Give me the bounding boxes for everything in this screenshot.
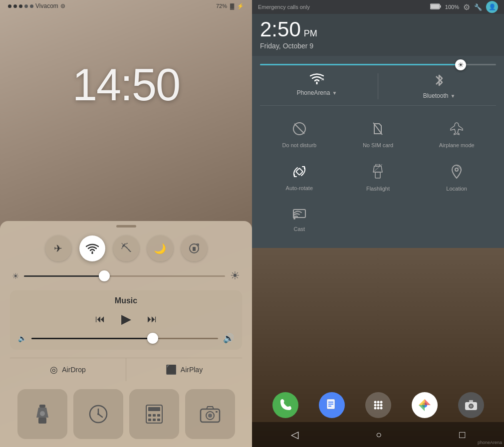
android-airplane-tile[interactable]: Airplane mode (417, 114, 496, 156)
android-brightness-thumb[interactable] (455, 59, 466, 70)
clock-icon (88, 404, 108, 424)
android-flashlight-label: Flashlight (366, 186, 390, 192)
ios-control-center: ✈ ⛏ 🌙 (0, 221, 252, 447)
ios-airdrop-button[interactable]: ◎ AirDrop (10, 358, 126, 381)
svg-rect-24 (440, 5, 441, 8)
android-date: Friday, October 9 (260, 42, 496, 50)
svg-rect-13 (153, 414, 156, 417)
battery-icon (430, 3, 441, 9)
android-wifi-dropdown-icon[interactable]: ▼ (332, 90, 337, 96)
phonearena-watermark: phoneArena (478, 440, 502, 445)
ios-panel: Vivacom ⊜ 72% ▓ ⚡ 14:50 ✈ (0, 0, 252, 447)
android-notification-shade: Emergency calls only 100% ⚙ 🔧 👤 2:50 (252, 0, 504, 248)
android-recent-button[interactable]: □ (459, 429, 465, 441)
ios-brightness-thumb[interactable] (99, 270, 110, 281)
android-bluetooth-dropdown-icon[interactable]: ▼ (450, 93, 455, 99)
android-bluetooth-tile[interactable]: Bluetooth ▼ (382, 73, 496, 99)
ios-wifi-toggle[interactable] (79, 235, 105, 261)
android-do-not-disturb-icon (292, 122, 306, 139)
ios-clock: 14:50 (72, 59, 180, 111)
android-wifi-icon (310, 73, 324, 87)
android-dock-camera[interactable] (458, 392, 484, 418)
android-airplane-label: Airplane mode (439, 142, 475, 148)
svg-point-57 (470, 405, 473, 408)
android-do-not-disturb-tile[interactable]: Do not disturb (260, 114, 339, 156)
android-do-not-disturb-label: Do not disturb (282, 142, 316, 148)
android-user-avatar[interactable]: 👤 (486, 1, 498, 13)
ios-music-section: Music ⏮ ▶ ⏭ 🔈 🔊 (10, 290, 242, 350)
android-brightness-track[interactable] (260, 64, 496, 65)
ios-donotdisturb-toggle[interactable]: 🌙 (147, 235, 173, 261)
android-bluetooth-label: Bluetooth ▼ (423, 92, 456, 99)
android-network-row: PhoneArena ▼ Bluetooth ▼ (260, 73, 496, 106)
ios-brightness-track[interactable] (24, 275, 225, 277)
ios-bluetooth-toggle[interactable]: ⛏ (113, 235, 139, 261)
android-auto-rotate-label: Auto-rotate (286, 185, 313, 191)
android-cast-tile[interactable]: Cast (260, 200, 339, 240)
ios-clock-shortcut[interactable] (73, 389, 123, 439)
ios-forward-button[interactable]: ⏭ (147, 313, 157, 325)
android-dock-chrome[interactable] (412, 392, 438, 418)
ios-camera-shortcut[interactable] (185, 389, 235, 439)
android-wifi-tile[interactable]: PhoneArena ▼ (260, 73, 374, 99)
android-quick-settings: PhoneArena ▼ Bluetooth ▼ (252, 56, 504, 248)
apps-icon (371, 398, 385, 412)
android-home-button[interactable]: ○ (376, 429, 382, 441)
android-network-divider (378, 73, 378, 99)
ios-brightness-row: ☀ ☀ (10, 269, 242, 282)
camera-icon (200, 405, 221, 423)
wifi-icon (86, 243, 99, 254)
android-airplane-icon (450, 122, 464, 139)
ios-rotation-lock-toggle[interactable] (181, 235, 207, 261)
svg-point-52 (380, 407, 382, 410)
auto-rotate-svg (292, 165, 306, 179)
android-auto-rotate-tile[interactable]: Auto-rotate (260, 156, 339, 200)
android-dock-docs[interactable] (319, 392, 345, 418)
location-svg (451, 164, 462, 179)
android-auto-rotate-icon (292, 165, 306, 182)
android-bluetooth-icon (434, 73, 444, 90)
svg-line-26 (323, 78, 324, 80)
ios-play-button[interactable]: ▶ (121, 311, 131, 327)
ios-calculator-shortcut[interactable] (129, 389, 179, 439)
ios-volume-thumb[interactable] (147, 333, 158, 344)
android-location-icon (451, 164, 462, 183)
android-flashlight-tile[interactable]: Flashlight (339, 156, 418, 200)
svg-point-36 (455, 168, 458, 171)
ios-volume-track[interactable] (31, 338, 218, 339)
do-not-disturb-svg (292, 122, 306, 136)
ios-flashlight-shortcut[interactable] (17, 389, 67, 439)
ios-airplay-button[interactable]: ⬛ AirPlay (126, 358, 242, 381)
android-settings-icon[interactable]: ⚙ (463, 2, 470, 12)
flashlight-svg (372, 164, 383, 179)
svg-rect-11 (148, 407, 160, 411)
ios-rewind-button[interactable]: ⏮ (95, 313, 105, 325)
svg-rect-30 (296, 168, 303, 175)
svg-rect-34 (375, 172, 380, 178)
ios-airplane-toggle[interactable]: ✈ (45, 235, 71, 261)
svg-rect-15 (148, 419, 151, 421)
android-no-sim-icon (372, 122, 383, 139)
android-dock-phone[interactable] (272, 392, 298, 418)
svg-line-28 (294, 124, 304, 134)
android-brightness-fill (260, 64, 461, 65)
svg-point-49 (380, 404, 382, 407)
android-nav-bar: ◁ ○ □ (252, 422, 504, 447)
ios-brightness-high-icon: ☀ (230, 269, 240, 282)
ios-airdrop-icon: ◎ (50, 364, 58, 375)
android-wifi-label: PhoneArena ▼ (297, 89, 337, 96)
android-cast-icon (292, 208, 306, 223)
svg-point-5 (40, 411, 45, 416)
android-dock-apps[interactable] (365, 392, 391, 418)
svg-line-33 (373, 164, 382, 172)
android-battery-percent: 100% (445, 4, 459, 10)
ios-music-title: Music (18, 296, 234, 305)
android-location-tile[interactable]: Location (417, 156, 496, 200)
svg-rect-4 (38, 418, 46, 424)
android-back-button[interactable]: ◁ (291, 429, 298, 441)
android-clock: 2:50 (260, 18, 301, 41)
android-no-sim-tile[interactable]: No SIM card (339, 114, 418, 156)
ios-lockscreen: 14:50 (0, 0, 252, 150)
svg-rect-21 (216, 411, 218, 413)
android-dock (252, 388, 504, 422)
